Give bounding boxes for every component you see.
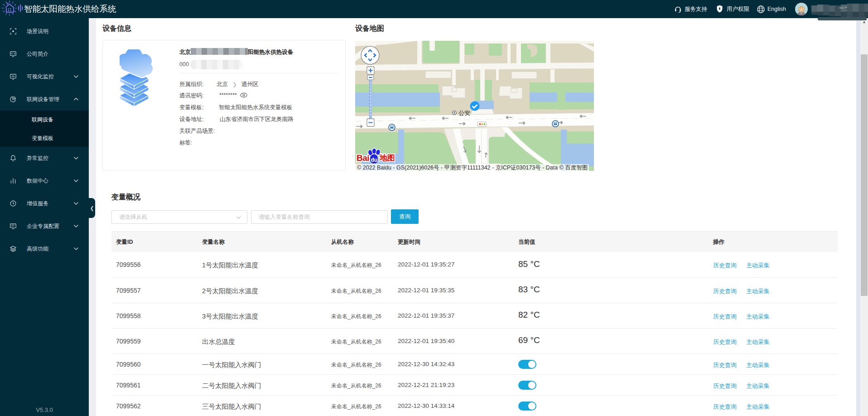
svg-text:地图: 地图 <box>379 154 395 162</box>
svg-text:© 2022 Baidu - GS(2021)6026号 -: © 2022 Baidu - GS(2021)6026号 - 甲测资字11111… <box>357 164 588 171</box>
svg-text:Bai: Bai <box>357 153 369 163</box>
svg-text:du: du <box>371 157 377 163</box>
svg-text:公安: 公安 <box>458 110 470 116</box>
